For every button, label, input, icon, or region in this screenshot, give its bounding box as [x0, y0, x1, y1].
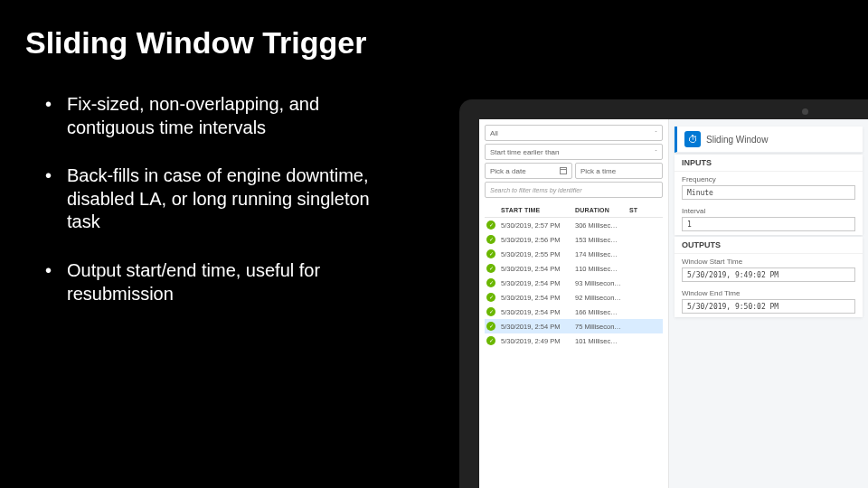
cell-duration: 92 Millisecon…: [575, 294, 629, 302]
bullet-item: Fix-sized, non-overlapping, and contiguo…: [45, 93, 407, 139]
chevron-down-icon: ˅: [655, 149, 657, 155]
trigger-title: Sliding Window: [706, 135, 768, 145]
success-icon: [486, 235, 495, 244]
cell-start-time: 5/30/2019, 2:54 PM: [501, 294, 575, 302]
table-header: START TIME DURATION ST: [485, 203, 663, 218]
cell-start-time: 5/30/2019, 2:56 PM: [501, 236, 575, 244]
cell-duration: 174 Millisec…: [575, 250, 629, 258]
table-row[interactable]: 5/30/2019, 2:54 PM166 Millisec…: [485, 305, 663, 319]
status-value: All: [490, 129, 498, 137]
time-placeholder: Pick a time: [580, 167, 616, 175]
bullet-item: Back-fills in case of engine downtime, d…: [45, 164, 407, 234]
app-screenshot: All ˅ Start time earlier than ˅ Pick a d…: [479, 119, 868, 488]
success-icon: [486, 307, 495, 316]
runs-pane: All ˅ Start time earlier than ˅ Pick a d…: [479, 119, 669, 488]
device-frame: All ˅ Start time earlier than ˅ Pick a d…: [459, 99, 868, 488]
cell-start-time: 5/30/2019, 2:49 PM: [501, 337, 575, 345]
frequency-field: Frequency Minute: [675, 172, 863, 203]
table-row[interactable]: 5/30/2019, 2:56 PM153 Millisec…: [485, 232, 663, 247]
success-icon: [486, 336, 495, 345]
time-filter-dropdown[interactable]: Start time earlier than ˅: [485, 144, 663, 160]
search-input[interactable]: Search to filter items by identifier: [485, 182, 663, 198]
bullet-item: Output start/end time, useful for resubm…: [45, 259, 407, 305]
trigger-card-header[interactable]: ⏱ Sliding Window: [675, 127, 863, 153]
success-icon: [486, 264, 495, 273]
inputs-heading: INPUTS: [675, 155, 863, 172]
table-row[interactable]: 5/30/2019, 2:49 PM101 Millisec…: [485, 333, 663, 348]
interval-label: Interval: [682, 207, 855, 215]
col-status: ST: [629, 207, 637, 213]
cell-duration: 110 Millisec…: [575, 265, 629, 273]
interval-value[interactable]: 1: [682, 217, 855, 231]
col-duration: DURATION: [575, 207, 629, 213]
window-start-label: Window Start Time: [682, 258, 855, 266]
frequency-value[interactable]: Minute: [682, 185, 855, 200]
table-body: 5/30/2019, 2:57 PM306 Millisec…5/30/2019…: [485, 218, 663, 348]
success-icon: [486, 322, 495, 331]
trigger-card: ⏱ Sliding Window: [675, 127, 863, 153]
cell-start-time: 5/30/2019, 2:55 PM: [501, 250, 575, 258]
cell-start-time: 5/30/2019, 2:54 PM: [501, 279, 575, 287]
window-end-label: Window End Time: [682, 289, 855, 297]
outputs-heading: OUTPUTS: [675, 237, 863, 254]
inputs-card: INPUTS Frequency Minute Interval 1: [675, 155, 863, 235]
table-row[interactable]: 5/30/2019, 2:54 PM110 Millisec…: [485, 261, 663, 276]
success-icon: [486, 221, 495, 230]
success-icon: [486, 293, 495, 302]
chevron-down-icon: ˅: [655, 130, 657, 136]
cell-start-time: 5/30/2019, 2:54 PM: [501, 265, 575, 273]
table-row[interactable]: 5/30/2019, 2:55 PM174 Millisec…: [485, 247, 663, 261]
window-end-field: Window End Time 5/30/2019, 9:50:02 PM: [675, 286, 863, 317]
cell-duration: 166 Millisec…: [575, 308, 629, 316]
interval-field: Interval 1: [675, 203, 863, 235]
bullet-list: Fix-sized, non-overlapping, and contiguo…: [0, 61, 407, 305]
date-picker[interactable]: Pick a date: [485, 163, 572, 179]
col-start: START TIME: [501, 207, 575, 213]
slide-title: Sliding Window Trigger: [0, 0, 868, 61]
window-start-field: Window Start Time 5/30/2019, 9:49:02 PM: [675, 254, 863, 286]
cell-duration: 101 Millisec…: [575, 337, 629, 345]
table-row[interactable]: 5/30/2019, 2:54 PM92 Millisecon…: [485, 290, 663, 305]
table-row[interactable]: 5/30/2019, 2:54 PM75 Millisecon…: [485, 319, 663, 333]
status-dropdown[interactable]: All ˅: [485, 125, 663, 141]
success-icon: [486, 278, 495, 287]
table-row[interactable]: 5/30/2019, 2:57 PM306 Millisec…: [485, 218, 663, 232]
table-row[interactable]: 5/30/2019, 2:54 PM93 Millisecon…: [485, 276, 663, 290]
outputs-card: OUTPUTS Window Start Time 5/30/2019, 9:4…: [675, 237, 863, 317]
window-start-value[interactable]: 5/30/2019, 9:49:02 PM: [682, 267, 855, 282]
detail-pane: ⏱ Sliding Window INPUTS Frequency Minute…: [669, 119, 868, 488]
cell-duration: 153 Millisec…: [575, 236, 629, 244]
time-picker[interactable]: Pick a time: [575, 163, 663, 179]
time-filter-value: Start time earlier than: [490, 148, 559, 156]
cell-start-time: 5/30/2019, 2:54 PM: [501, 323, 575, 331]
date-placeholder: Pick a date: [490, 167, 526, 175]
calendar-icon: [560, 167, 567, 174]
success-icon: [486, 249, 495, 258]
camera-dot: [802, 108, 808, 115]
cell-duration: 93 Millisecon…: [575, 279, 629, 287]
cell-start-time: 5/30/2019, 2:57 PM: [501, 221, 575, 230]
window-end-value[interactable]: 5/30/2019, 9:50:02 PM: [682, 299, 855, 314]
cell-duration: 75 Millisecon…: [575, 323, 629, 331]
frequency-label: Frequency: [682, 175, 855, 183]
cell-start-time: 5/30/2019, 2:54 PM: [501, 308, 575, 316]
cell-duration: 306 Millisec…: [575, 221, 629, 230]
stopwatch-icon: ⏱: [684, 131, 701, 147]
